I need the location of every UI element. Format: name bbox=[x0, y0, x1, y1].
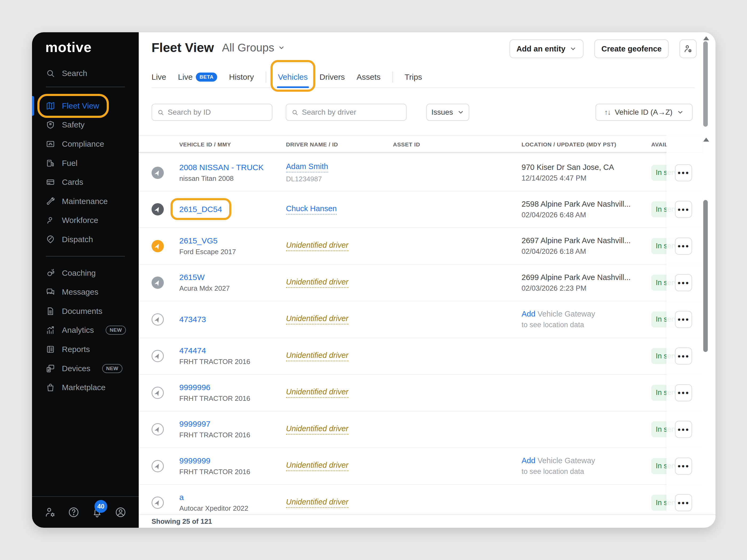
sidebar-item-documents[interactable]: Documents bbox=[32, 301, 139, 321]
sidebar-item-cards[interactable]: Cards bbox=[32, 172, 139, 192]
table-row[interactable]: 474474 FRHT TRACTOR 2016 Unidentified dr… bbox=[139, 338, 702, 375]
table-body: 2008 NISSAN - TRUCK nissan Titan 2008 Ad… bbox=[139, 153, 702, 514]
add-gateway-link[interactable]: Add bbox=[521, 310, 536, 318]
dispatch-pin-icon bbox=[46, 235, 55, 244]
unidentified-driver-link[interactable]: Unidentified driver bbox=[286, 424, 349, 435]
admin-settings-button[interactable] bbox=[679, 39, 697, 58]
location-arrow-icon bbox=[152, 240, 164, 252]
tab-assets[interactable]: Assets bbox=[357, 66, 381, 87]
sidebar-item-maintenance[interactable]: Maintenance bbox=[32, 192, 139, 211]
unidentified-driver-link[interactable]: Unidentified driver bbox=[286, 498, 349, 508]
add-gateway-link[interactable]: Add bbox=[521, 456, 536, 465]
sort-arrows-icon: ↑↓ bbox=[604, 108, 611, 116]
vehicle-id-link[interactable]: 9999999 bbox=[179, 456, 210, 465]
vehicle-mmy: FRHT TRACTOR 2016 bbox=[179, 431, 250, 439]
driver-link[interactable]: Adam Smith bbox=[286, 162, 328, 172]
vehicle-id-link[interactable]: 2615_DC54 bbox=[179, 205, 222, 214]
tab-live[interactable]: Live bbox=[152, 66, 166, 87]
sidebar-item-reports[interactable]: Reports bbox=[32, 340, 139, 359]
tab-live-beta[interactable]: Live BETA bbox=[178, 66, 217, 87]
search-by-driver-input[interactable] bbox=[302, 108, 401, 116]
help-button[interactable] bbox=[68, 506, 79, 518]
unidentified-driver-link[interactable]: Unidentified driver bbox=[286, 461, 349, 471]
tab-history[interactable]: History bbox=[229, 66, 254, 87]
sidebar-item-devices[interactable]: Devices NEW bbox=[32, 359, 139, 378]
location-arrow-icon bbox=[152, 460, 164, 472]
search-by-id-input[interactable] bbox=[168, 108, 266, 116]
sidebar-item-safety[interactable]: Safety bbox=[32, 115, 139, 135]
notifications-button[interactable]: 40 bbox=[91, 506, 103, 518]
sidebar-item-analytics[interactable]: Analytics NEW bbox=[32, 321, 139, 340]
sidebar-item-coaching[interactable]: Coaching bbox=[32, 264, 139, 283]
issues-filter-dropdown[interactable]: Issues bbox=[426, 104, 469, 121]
sidebar-item-fleet-view[interactable]: Fleet View bbox=[32, 96, 139, 115]
vehicle-id-link[interactable]: a bbox=[179, 493, 184, 502]
vehicle-id-link[interactable]: 9999996 bbox=[179, 383, 210, 392]
table-header: VEHICLE ID / MMY DRIVER NAME / ID ASSET … bbox=[139, 135, 702, 153]
sidebar-item-workforce[interactable]: Workforce bbox=[32, 211, 139, 230]
vehicle-id-link[interactable]: 2615_VG5 bbox=[179, 236, 217, 245]
table-row[interactable]: 9999997 FRHT TRACTOR 2016 Unidentified d… bbox=[139, 411, 702, 448]
create-geofence-button[interactable]: Create geofence bbox=[594, 39, 669, 58]
table-row[interactable]: 9999996 FRHT TRACTOR 2016 Unidentified d… bbox=[139, 375, 702, 411]
page-title: Fleet View bbox=[152, 40, 214, 55]
report-icon bbox=[46, 345, 55, 354]
vehicle-id-link[interactable]: 2615W bbox=[179, 273, 205, 282]
table-row[interactable]: 2615_DC54 Chuck Hansen 2598 Alpine Park … bbox=[139, 191, 702, 228]
table-row[interactable]: 2008 NISSAN - TRUCK nissan Titan 2008 Ad… bbox=[139, 155, 702, 191]
row-actions-button[interactable]: ●●● bbox=[675, 274, 692, 291]
row-actions-button[interactable]: ●●● bbox=[675, 347, 692, 365]
group-selector-dropdown[interactable]: All Groups bbox=[222, 41, 285, 54]
scroll-up-arrow[interactable] bbox=[703, 36, 709, 40]
sidebar-item-search[interactable]: Search bbox=[32, 64, 139, 83]
account-button[interactable] bbox=[115, 506, 126, 518]
table-row[interactable]: 473473 Unidentified driver Add Vehicle G… bbox=[139, 301, 702, 338]
table-scrollbar-thumb[interactable] bbox=[703, 200, 708, 352]
add-entity-button[interactable]: Add an entity bbox=[510, 39, 584, 58]
table-row[interactable]: 2615W Acura Mdx 2027 Unidentified driver… bbox=[139, 265, 702, 301]
search-by-id-field[interactable] bbox=[152, 104, 273, 121]
driver-link[interactable]: Chuck Hansen bbox=[286, 204, 337, 215]
tab-trips[interactable]: Trips bbox=[405, 66, 422, 87]
vehicle-id-link[interactable]: 9999997 bbox=[179, 420, 210, 429]
unidentified-driver-link[interactable]: Unidentified driver bbox=[286, 351, 349, 361]
tab-drivers[interactable]: Drivers bbox=[319, 66, 345, 87]
unidentified-driver-link[interactable]: Unidentified driver bbox=[286, 277, 349, 288]
user-gear-icon bbox=[44, 506, 56, 518]
sidebar-item-dispatch[interactable]: Dispatch bbox=[32, 230, 139, 249]
table-scroll-up-arrow[interactable] bbox=[703, 138, 709, 141]
analytics-icon bbox=[46, 326, 55, 335]
row-actions-button[interactable]: ●●● bbox=[675, 238, 692, 255]
row-actions-button[interactable]: ●●● bbox=[675, 201, 692, 218]
sort-dropdown[interactable]: ↑↓ Vehicle ID (A→Z) bbox=[595, 104, 693, 121]
whistle-icon bbox=[46, 269, 55, 277]
sidebar-item-compliance[interactable]: Compliance bbox=[32, 134, 139, 154]
vehicle-id-link[interactable]: 2008 NISSAN - TRUCK bbox=[179, 163, 264, 172]
search-icon bbox=[157, 109, 164, 116]
sidebar-item-fuel[interactable]: Fuel bbox=[32, 154, 139, 173]
location-updated: 12/14/2025 4:47 PM bbox=[521, 174, 586, 182]
row-actions-button[interactable]: ●●● bbox=[675, 494, 692, 511]
table-row[interactable]: 9999999 FRHT TRACTOR 2016 Unidentified d… bbox=[139, 448, 702, 485]
row-actions-button[interactable]: ●●● bbox=[675, 458, 692, 475]
chevron-down-icon bbox=[278, 44, 285, 51]
unidentified-driver-link[interactable]: Unidentified driver bbox=[286, 388, 349, 398]
row-actions-button[interactable]: ●●● bbox=[675, 421, 692, 438]
sidebar-item-messages[interactable]: Messages bbox=[32, 283, 139, 301]
sidebar-item-marketplace[interactable]: Marketplace bbox=[32, 378, 139, 397]
tab-vehicles[interactable]: Vehicles bbox=[278, 66, 308, 87]
row-actions-button[interactable]: ●●● bbox=[675, 384, 692, 401]
user-settings-button[interactable] bbox=[44, 506, 56, 518]
chevron-down-icon bbox=[677, 109, 684, 116]
unidentified-driver-link[interactable]: Unidentified driver bbox=[286, 241, 349, 251]
row-actions-button[interactable]: ●●● bbox=[675, 164, 692, 181]
search-by-driver-field[interactable] bbox=[286, 104, 407, 121]
driver-license-id: DL1234987 bbox=[286, 175, 322, 183]
page-scrollbar-thumb[interactable] bbox=[703, 41, 708, 127]
vehicle-id-link[interactable]: 473473 bbox=[179, 315, 206, 324]
unidentified-driver-link[interactable]: Unidentified driver bbox=[286, 314, 349, 324]
vehicle-id-link[interactable]: 474474 bbox=[179, 346, 206, 355]
row-actions-button[interactable]: ●●● bbox=[675, 311, 692, 328]
table-row[interactable]: 2615_VG5 Ford Escape 2017 Unidentified d… bbox=[139, 228, 702, 265]
table-row[interactable]: a Autocar Xpeditor 2022 Unidentified dri… bbox=[139, 485, 702, 515]
